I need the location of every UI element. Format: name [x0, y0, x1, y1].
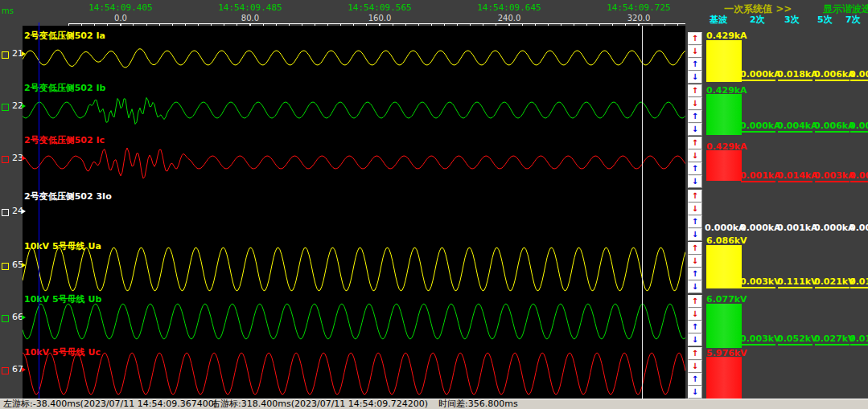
column-header-5th[interactable]: 5次: [817, 14, 833, 26]
harmonic-value: 0.003kV: [740, 276, 777, 287]
timeline-timestamp: 14:54:09.405: [68, 2, 173, 13]
harmonic-bar: [815, 344, 849, 346]
channel-label: 10kV 5号母线 Ub: [24, 293, 101, 305]
time-unit-label: ms: [2, 6, 14, 15]
harmonic-value: 0.001kA: [849, 223, 868, 233]
shift-up-button[interactable]: ↑: [688, 162, 702, 175]
harmonic-value: 0.018kA: [777, 69, 814, 80]
channel-pointer-icon: [22, 315, 26, 320]
column-header-3rd[interactable]: 3次: [784, 14, 800, 26]
channel-label: 2号变低压侧502 Ic: [24, 134, 105, 146]
harmonic-value: 0.001kA: [777, 223, 814, 233]
timeline-timestamp: 14:54:09.725: [586, 2, 691, 13]
scale-up-button[interactable]: ↑: [688, 347, 702, 360]
channel-checkbox[interactable]: [2, 104, 9, 111]
shift-down-button[interactable]: ↓: [688, 123, 702, 136]
harmonic-bar: [741, 80, 775, 81]
shift-down-button[interactable]: ↓: [688, 386, 702, 399]
channel-checkbox[interactable]: [2, 209, 9, 216]
fundamental-bar: [706, 150, 742, 181]
shift-down-button[interactable]: ↓: [688, 71, 702, 84]
harmonic-bar: [741, 131, 775, 133]
harmonic-bar: [850, 131, 868, 133]
shift-down-button[interactable]: ↓: [688, 333, 702, 346]
channel-checkbox[interactable]: [2, 263, 9, 270]
scale-up-button[interactable]: ↑: [688, 242, 702, 255]
harmonic-value: 0.052kV: [777, 333, 814, 344]
harmonic-value: 0.001kA: [849, 170, 868, 181]
waveform-trace: [23, 49, 685, 67]
timeline-offset: 80.0: [218, 14, 282, 22]
scale-down-button[interactable]: ↓: [688, 45, 702, 58]
harmonic-value: 0.001kA: [740, 170, 777, 181]
scale-up-button[interactable]: ↑: [688, 137, 702, 149]
harmonic-bar: [850, 181, 868, 182]
harmonic-value: 0.016kV: [849, 276, 868, 287]
harmonic-value: 0.111kV: [777, 276, 814, 287]
scale-down-button[interactable]: ↓: [688, 149, 702, 162]
harmonic-value: 0.003kV: [740, 333, 777, 344]
right-cursor-line[interactable]: [642, 26, 643, 399]
shift-up-button[interactable]: ↑: [688, 110, 702, 123]
channel-checkbox[interactable]: [2, 367, 9, 374]
waveform-plot[interactable]: [23, 26, 685, 399]
harmonic-value: 0.000kA: [814, 223, 851, 233]
channel-checkbox[interactable]: [2, 315, 9, 322]
scale-down-button[interactable]: ↓: [688, 255, 702, 268]
harmonic-value: 0.000kA: [740, 69, 777, 80]
harmonic-value: 0.027kV: [814, 333, 851, 344]
harmonic-bar: [778, 181, 812, 182]
shift-down-button[interactable]: ↓: [688, 280, 702, 293]
scale-up-button[interactable]: ↑: [688, 190, 702, 202]
shift-down-button[interactable]: ↓: [688, 228, 702, 241]
harmonic-bar: [778, 344, 812, 346]
column-header-7th[interactable]: 7次: [845, 14, 861, 26]
fundamental-bar: [706, 357, 742, 399]
timeline-timestamp: 14:54:09.565: [327, 2, 432, 13]
harmonic-bar: [850, 287, 868, 288]
scale-up-button[interactable]: ↑: [688, 84, 702, 97]
waveform-trace: [23, 98, 685, 125]
timeline-offset: 240.0: [477, 14, 541, 22]
harmonic-bar: [850, 344, 868, 346]
channel-pointer-icon: [22, 209, 26, 214]
harmonic-value: 0.000kA: [705, 223, 742, 233]
shift-up-button[interactable]: ↑: [688, 373, 702, 386]
channel-pointer-icon: [22, 263, 26, 268]
fundamental-bar: [706, 304, 742, 348]
scale-up-button[interactable]: ↑: [688, 295, 702, 308]
channel-pointer-icon: [22, 367, 26, 372]
shift-down-button[interactable]: ↓: [688, 175, 702, 188]
channel-pointer-icon: [22, 156, 26, 161]
timeline-offset: 0.0: [88, 14, 153, 22]
channel-checkbox[interactable]: [2, 156, 9, 163]
right-cursor-status: 右游标:318.400ms(2023/07/11 14:54:09.724200…: [212, 399, 428, 409]
harmonic-value: 0.004kA: [777, 121, 814, 131]
waveform-trace: [23, 304, 685, 339]
waveform-trace: [23, 353, 685, 395]
channel-label: 10kV 5号母线 Ua: [24, 240, 101, 252]
harmonic-value: 0.000kA: [740, 121, 777, 131]
left-cursor-line[interactable]: [39, 22, 39, 399]
harmonic-bar: [741, 181, 775, 182]
harmonic-value: 0.014kA: [777, 170, 814, 181]
shift-up-button[interactable]: ↑: [688, 215, 702, 228]
harmonic-bar: [850, 80, 868, 81]
scale-down-button[interactable]: ↓: [688, 202, 702, 215]
timeline-offset: 160.0: [348, 14, 412, 22]
shift-up-button[interactable]: ↑: [688, 58, 702, 71]
timeline-offset: 320.0: [607, 14, 671, 22]
harmonic-bar: [815, 80, 849, 81]
shift-up-button[interactable]: ↑: [688, 321, 702, 333]
scale-down-button[interactable]: ↓: [688, 308, 702, 321]
scale-up-button[interactable]: ↑: [688, 32, 702, 45]
scale-down-button[interactable]: ↓: [688, 97, 702, 110]
column-header-2nd[interactable]: 2次: [750, 14, 765, 26]
harmonic-bar: [815, 131, 849, 133]
channel-checkbox[interactable]: [2, 51, 9, 59]
scale-down-button[interactable]: ↓: [688, 360, 702, 373]
waveform-trace: [23, 247, 685, 291]
shift-up-button[interactable]: ↑: [688, 268, 702, 280]
harmonic-bar: [778, 131, 812, 133]
column-header-fundamental[interactable]: 基波: [710, 14, 727, 26]
